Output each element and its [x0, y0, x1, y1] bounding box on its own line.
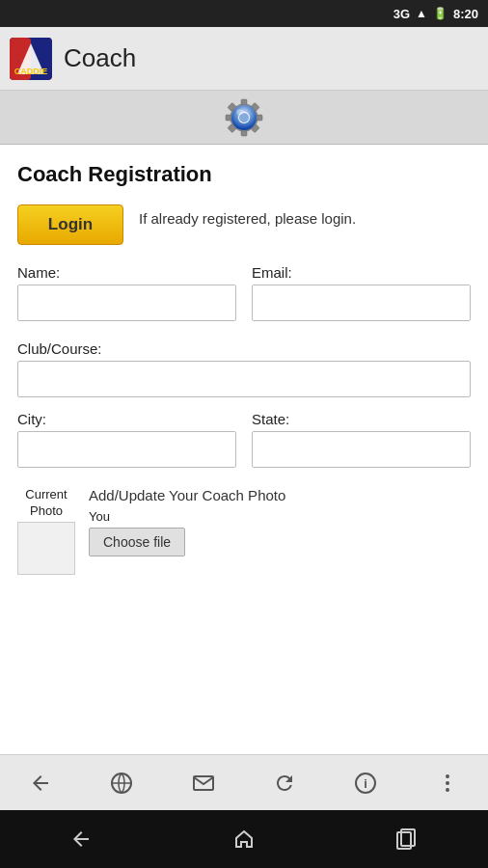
settings-icon[interactable] [225, 98, 263, 137]
status-bar: 3G ▲ 🔋 8:20 [0, 0, 488, 27]
nav-info-button[interactable]: i [344, 762, 387, 804]
nav-refresh-button[interactable] [263, 762, 306, 804]
svg-point-23 [446, 788, 449, 792]
toolbar [0, 91, 488, 145]
signal-indicator: 3G [393, 7, 410, 21]
add-photo-title: Add/Update Your Coach Photo [89, 487, 471, 503]
city-state-row: City: State: [17, 411, 471, 481]
email-label: Email: [252, 264, 471, 281]
svg-point-22 [446, 781, 449, 785]
app-logo: CADDIE [10, 38, 52, 80]
city-label: City: [17, 411, 236, 427]
name-input[interactable] [17, 285, 236, 321]
name-field-group: Name: [17, 264, 236, 321]
battery-icon: 🔋 [433, 7, 447, 20]
nav-more-button[interactable] [426, 762, 469, 804]
nav-bar: i [0, 754, 488, 810]
photo-section: CurrentPhoto Add/Update Your Coach Photo… [17, 487, 471, 575]
name-email-row: Name: Email: [17, 264, 471, 335]
club-course-input[interactable] [17, 361, 471, 397]
photo-upload-section: Add/Update Your Coach Photo You Choose f… [89, 487, 471, 556]
state-label: State: [252, 411, 471, 427]
login-button[interactable]: Login [17, 204, 123, 245]
current-photo-block: CurrentPhoto [17, 487, 75, 575]
email-input[interactable] [252, 285, 471, 321]
section-title: Coach Registration [17, 162, 471, 187]
system-back-button[interactable] [57, 820, 105, 858]
svg-point-16 [236, 109, 244, 115]
club-course-field-group: Club/Course: [17, 340, 471, 397]
city-field-group: City: [17, 411, 236, 468]
login-description: If already registered, please login. [139, 204, 356, 229]
svg-text:CADDIE: CADDIE [14, 67, 48, 76]
svg-point-21 [446, 774, 449, 778]
system-home-button[interactable] [220, 820, 268, 858]
current-photo-label: CurrentPhoto [25, 487, 67, 520]
nav-back-button[interactable] [19, 762, 62, 804]
choose-file-button[interactable]: Choose file [89, 528, 185, 556]
svg-text:i: i [365, 776, 368, 791]
signal-icon: ▲ [416, 7, 427, 20]
city-input[interactable] [17, 431, 236, 468]
email-field-group: Email: [252, 264, 471, 321]
state-input[interactable] [252, 431, 471, 468]
you-label: You [89, 509, 471, 524]
system-nav-bar [0, 810, 488, 868]
main-content: Coach Registration Login If already regi… [0, 145, 488, 754]
club-course-label: Club/Course: [17, 340, 471, 357]
current-photo-box [17, 522, 75, 575]
clock: 8:20 [453, 7, 478, 21]
app-title: Coach [64, 43, 136, 73]
state-field-group: State: [252, 411, 471, 468]
app-bar: CADDIE Coach [0, 27, 488, 91]
login-row: Login If already registered, please logi… [17, 204, 471, 245]
nav-mail-button[interactable] [182, 762, 225, 804]
nav-globe-button[interactable] [100, 762, 143, 804]
system-recents-button[interactable] [383, 820, 431, 858]
name-label: Name: [17, 264, 236, 281]
